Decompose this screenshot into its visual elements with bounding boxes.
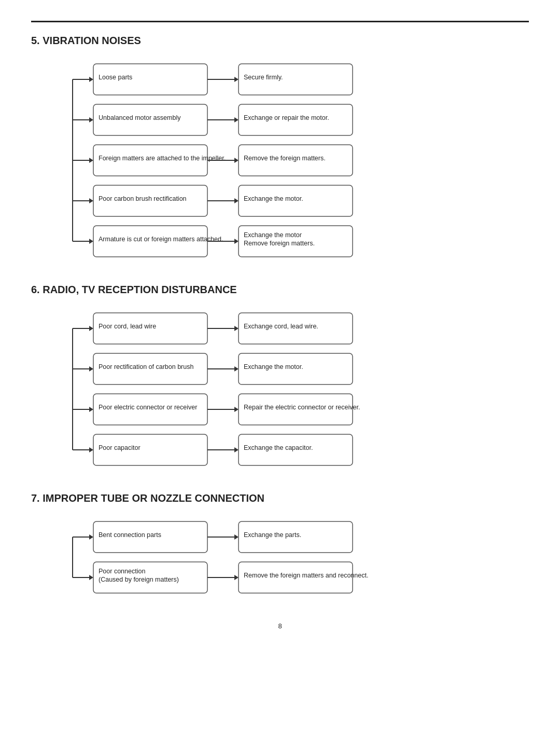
svg-marker-58: [89, 534, 93, 540]
cause-text: Unbalanced motor assembly: [99, 114, 181, 121]
effect-text: Exchange cord, lead wire.: [244, 323, 318, 330]
svg-marker-14: [89, 158, 93, 163]
svg-marker-33: [89, 326, 93, 331]
cause-text: Poor rectification of carbon brush: [99, 363, 193, 370]
effect-text: Remove the foreign matters.: [244, 155, 326, 162]
effect-text: Remove the foreign matters and reconnect…: [244, 572, 368, 579]
flow-diagram: Loose partsSecure firmly.Unbalanced moto…: [31, 57, 375, 264]
effect-text: Remove foreign matters.: [244, 240, 315, 247]
effect-text: Exchange the parts.: [244, 531, 301, 539]
section-6-title: 6. RADIO, TV RECEPTION DISTURBANCE: [31, 284, 529, 296]
effect-text: Exchange or repair the motor.: [244, 114, 329, 121]
svg-marker-45: [89, 407, 93, 412]
flow-diagram: Bent connection partsExchange the parts.…: [31, 515, 375, 600]
effect-text: Repair the electric connector or receive…: [244, 404, 360, 411]
svg-marker-26: [89, 239, 93, 244]
effect-text: Secure firmly.: [244, 74, 283, 81]
cause-text: Foreign matters are attached to the impe…: [99, 155, 226, 162]
section-6: 6. RADIO, TV RECEPTION DISTURBANCE Poor …: [31, 284, 529, 474]
top-border: [31, 21, 529, 22]
svg-marker-11: [234, 117, 239, 122]
svg-marker-5: [234, 77, 239, 82]
flow-diagram: Poor cord, lead wireExchange cord, lead …: [31, 306, 375, 472]
svg-marker-67: [234, 575, 239, 580]
cause-text: Poor capacitor: [99, 444, 141, 451]
section-7-title: 7. IMPROPER TUBE OR NOZZLE CONNECTION: [31, 492, 529, 504]
cause-text: Bent connection parts: [99, 531, 161, 539]
svg-marker-42: [234, 366, 239, 372]
svg-marker-20: [89, 198, 93, 203]
svg-marker-39: [89, 366, 93, 372]
svg-marker-36: [234, 326, 239, 331]
cause-text: (Caused by foreign matters): [99, 576, 179, 583]
effect-text: Exchange the motor.: [244, 363, 303, 370]
svg-marker-2: [89, 77, 93, 82]
cause-text: Loose parts: [99, 74, 132, 81]
section-5-title: 5. VIBRATION NOISES: [31, 35, 529, 47]
section-5: 5. VIBRATION NOISES Loose partsSecure fi…: [31, 35, 529, 265]
svg-marker-8: [89, 117, 93, 122]
page-number: 8: [31, 622, 529, 630]
effect-text: Exchange the motor.: [244, 195, 303, 202]
effect-text: Exchange the capacitor.: [244, 444, 313, 451]
cause-text: Poor connection: [99, 568, 145, 575]
section-7-diagram: Bent connection partsExchange the parts.…: [31, 515, 529, 601]
section-5-diagram: Loose partsSecure firmly.Unbalanced moto…: [31, 57, 529, 265]
cause-text: Poor carbon brush rectification: [99, 195, 187, 202]
cause-text: Poor electric connector or receiver: [99, 404, 197, 411]
svg-marker-17: [234, 158, 239, 163]
effect-text: Exchange the motor: [244, 231, 302, 239]
section-7: 7. IMPROPER TUBE OR NOZZLE CONNECTION Be…: [31, 492, 529, 601]
cause-text: Armature is cut or foreign matters attac…: [99, 236, 223, 243]
svg-marker-48: [234, 407, 239, 412]
section-6-diagram: Poor cord, lead wireExchange cord, lead …: [31, 306, 529, 474]
svg-marker-54: [234, 447, 239, 452]
svg-marker-29: [234, 239, 239, 244]
svg-marker-23: [234, 198, 239, 203]
svg-marker-61: [234, 534, 239, 540]
svg-marker-64: [89, 575, 93, 580]
cause-text: Poor cord, lead wire: [99, 323, 156, 330]
svg-marker-51: [89, 447, 93, 452]
